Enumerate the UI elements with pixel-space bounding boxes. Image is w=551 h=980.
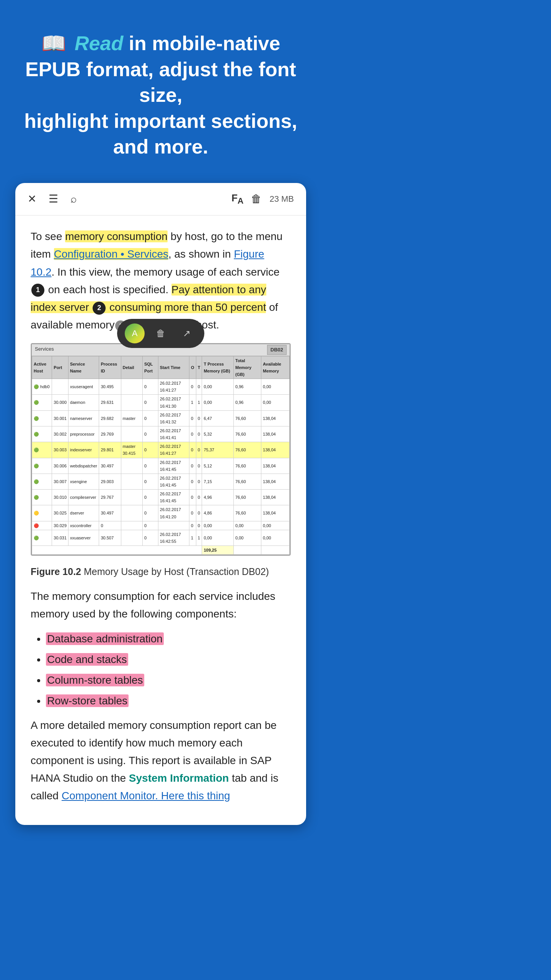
cell-host: 🟢 [32, 458, 52, 474]
reader-content: A 🗑 ↗ To see memory consumption by host,… [15, 216, 306, 825]
cell-service: xsengine [68, 474, 99, 489]
figure-caption-bold: Figure 10.2 [31, 566, 81, 577]
cell-o: 0 [189, 458, 196, 474]
component-monitor-link[interactable]: Component Monitor. Here this thing [62, 790, 230, 802]
cell-start: 26.02.2017 16:41:45 [158, 474, 189, 489]
cell-host: 🟡 [32, 505, 52, 521]
col-t: T [196, 356, 202, 379]
cell-start [158, 521, 189, 530]
cell-port: 30.003 [52, 442, 68, 458]
table-row: 🟢 30.003 indexserver 29.801 master 30.41… [32, 442, 290, 458]
cell-sql: 0 [142, 505, 158, 521]
delete-icon[interactable]: 🗑 [251, 194, 262, 204]
cell-start: 26.02.2017 16:41:41 [158, 426, 189, 442]
floating-toolbar[interactable]: A 🗑 ↗ [117, 319, 204, 348]
cell-port: 30.000 [52, 395, 68, 410]
cell-port: 30.025 [52, 505, 68, 521]
cell-sql: 0 [142, 490, 158, 505]
cell-pid: 0 [99, 521, 121, 530]
cell-total-mem: 76,60 [234, 505, 261, 521]
cell-host: 🟢 [32, 410, 52, 426]
cell-o: 0 [189, 426, 196, 442]
cell-sql: 0 [142, 410, 158, 426]
cell-host: 🟢 [32, 490, 52, 505]
cell-proc-mem: 0,00 [202, 521, 234, 530]
col-process-id: Process ID [99, 356, 121, 379]
cell-pid: 29.631 [99, 395, 121, 410]
cell-start: 26.02.2017 16:41:32 [158, 410, 189, 426]
cell-port: 30.031 [52, 530, 68, 546]
cell-pid: 30.495 [99, 379, 121, 395]
delete-button[interactable]: 🗑 [151, 323, 171, 343]
cell-detail [121, 490, 142, 505]
cell-detail [121, 379, 142, 395]
cell-o: 1 [189, 395, 196, 410]
cell-sql: 0 [142, 458, 158, 474]
toolbar-left: ✕ ☰ ⌕ [28, 194, 77, 204]
cell-avail: 0,00 [261, 530, 290, 546]
system-information-link[interactable]: System Information [129, 772, 229, 784]
cell-o: 0 [189, 442, 196, 458]
col-o: O [189, 356, 196, 379]
cell-host: 🟢 hdb0 [32, 379, 52, 395]
table-row: 🟢 30.007 xsengine 29.003 0 26.02.2017 16… [32, 474, 290, 489]
highlight-code-stacks: Code and stacks [46, 653, 128, 666]
book-icon: 📖 [41, 32, 66, 54]
cell-t: 0 [196, 442, 202, 458]
cell-o: 0 [189, 521, 196, 530]
cell-service: dserver [68, 505, 99, 521]
font-size-icon[interactable]: FA [231, 192, 244, 206]
cell-start: 26.02.2017 16:41:45 [158, 458, 189, 474]
search-icon[interactable]: ⌕ [70, 194, 77, 204]
screenshot-title: Services [35, 345, 54, 354]
paragraph-1: To see memory consumption by host, go to… [31, 228, 291, 334]
figure-caption-rest: Memory Usage by Host (Transaction DB02) [84, 566, 269, 577]
reader-toolbar: ✕ ☰ ⌕ FA 🗑 23 MB [15, 183, 306, 216]
paragraph-3: A more detailed memory consumption repor… [31, 717, 291, 805]
circle-2: 2 [93, 302, 106, 315]
col-avail-mem: Available Memory [261, 356, 290, 379]
cell-pid: 29.003 [99, 474, 121, 489]
cell-proc-mem: 4,96 [202, 490, 234, 505]
highlight-col-store: Column-store tables [46, 674, 144, 686]
cell-total-mem: 76,60 [234, 458, 261, 474]
cell-o: 1 [189, 530, 196, 546]
file-size-label: 23 MB [269, 194, 294, 204]
cell-total-mem: 76,60 [234, 442, 261, 458]
services-table-body: 🟢 hdb0 xsuseragent 30.495 0 26.02.2017 1… [32, 379, 290, 546]
cell-sql: 0 [142, 442, 158, 458]
cell-total-mem: 0,96 [234, 395, 261, 410]
table-row: 🟢 30.002 preprocessor 29.769 0 26.02.201… [32, 426, 290, 442]
cell-pid: 30.497 [99, 458, 121, 474]
highlight-button[interactable]: A [125, 323, 145, 343]
cell-total-mem: 0,00 [234, 530, 261, 546]
cell-t: 1 [196, 395, 202, 410]
cell-pid: 30.507 [99, 530, 121, 546]
total-empty1 [234, 546, 261, 555]
cell-proc-mem: 0,00 [202, 395, 234, 410]
cell-detail [121, 395, 142, 410]
col-proc-mem: T Process Memory (GB) [202, 356, 234, 379]
paragraph-2: The memory consumption for each service … [31, 588, 291, 623]
cell-host: 🟢 [32, 530, 52, 546]
cell-start: 26.02.2017 16:41:20 [158, 505, 189, 521]
table-row: 🟢 hdb0 xsuseragent 30.495 0 26.02.2017 1… [32, 379, 290, 395]
cell-t: 0 [196, 505, 202, 521]
cell-detail [121, 426, 142, 442]
cell-proc-mem: 4,86 [202, 505, 234, 521]
highlight-row-store: Row-store tables [46, 694, 129, 707]
cell-service: xscontroller [68, 521, 99, 530]
cell-sql: 0 [142, 426, 158, 442]
cell-total-mem: 76,60 [234, 474, 261, 489]
config-services-link[interactable]: Configuration • Services [54, 248, 168, 260]
share-button[interactable]: ↗ [177, 323, 197, 343]
cell-sql: 0 [142, 379, 158, 395]
menu-icon[interactable]: ☰ [49, 194, 58, 204]
cell-service: indexserver [68, 442, 99, 458]
cell-o: 0 [189, 490, 196, 505]
close-icon[interactable]: ✕ [28, 194, 36, 204]
cell-detail [121, 458, 142, 474]
list-item: Database administration [46, 631, 291, 647]
cell-service: nameserver [68, 410, 99, 426]
cell-host: 🟢 [32, 426, 52, 442]
